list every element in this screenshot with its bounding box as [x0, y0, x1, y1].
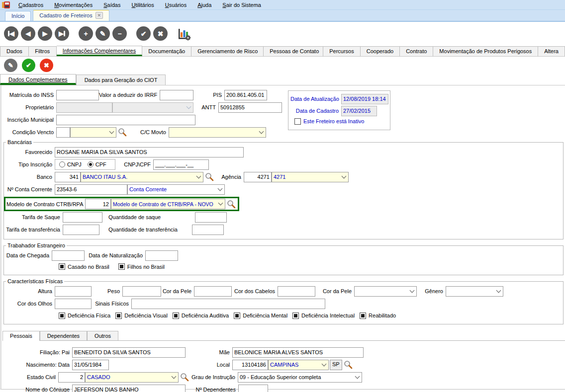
conjuge-field[interactable]: [72, 385, 186, 392]
sinais-fisicos-field[interactable]: [131, 299, 325, 309]
tarifa-transferencia-field[interactable]: [63, 225, 99, 235]
window-tab-inicio[interactable]: Início: [5, 11, 31, 21]
cancel-icon[interactable]: ✖: [153, 26, 168, 41]
menu-usuarios[interactable]: Usuários: [160, 1, 192, 9]
tipo-inscricao-label: Tipo Inscrição: [4, 161, 55, 167]
modelo-contrato-combo[interactable]: Modelo de Contrato de CTRB/RPA - NOVO: [111, 199, 225, 209]
first-record-icon[interactable]: ◀: [4, 26, 18, 41]
grau-instrucao-combo[interactable]: 09 - Educação Superior completa: [238, 372, 362, 383]
save-check-icon[interactable]: ✔: [22, 59, 35, 72]
tab-dados[interactable]: Dados: [0, 46, 29, 56]
cor-cabelos-field[interactable]: [278, 286, 315, 297]
edit-icon[interactable]: ✎: [95, 26, 110, 41]
previous-record-icon[interactable]: ◀: [21, 26, 35, 41]
casado-brasil-checkbox[interactable]: [59, 263, 65, 270]
search-magnifier-icon[interactable]: [227, 200, 236, 209]
deficiencia-intelectual-checkbox[interactable]: [292, 313, 299, 319]
menu-saidas[interactable]: Saídas: [98, 1, 126, 9]
edit-pencil-icon[interactable]: ✎: [4, 59, 17, 72]
menu-movimentacoes[interactable]: Movimentações: [49, 1, 98, 9]
tab-percursos[interactable]: Percursos: [323, 46, 361, 56]
tab-cooperado[interactable]: Cooperado: [361, 46, 400, 56]
local-code-field[interactable]: [232, 360, 268, 370]
modelo-contrato-highlight: Modelo de Contrato CTRB/RPA Modelo de Co…: [4, 197, 239, 211]
menu-cadastros[interactable]: Cadastros: [13, 1, 49, 9]
freteiro-inativo-checkbox[interactable]: [294, 118, 301, 125]
cpf-radio[interactable]: [88, 161, 94, 167]
reabilitado-checkbox[interactable]: [360, 313, 366, 319]
tab-pessoas-contato[interactable]: Pessoas de Contato: [264, 46, 323, 56]
conta-corrente-field[interactable]: [55, 184, 127, 195]
qtd-transferencia-field[interactable]: [192, 225, 224, 235]
pis-field[interactable]: [224, 90, 267, 100]
banco-code-field[interactable]: [55, 172, 81, 182]
tab-gerenciamento-risco[interactable]: Gerenciamento de Risco: [191, 46, 264, 56]
add-icon[interactable]: +: [79, 26, 93, 41]
antt-field[interactable]: [218, 102, 282, 113]
filhos-brasil-checkbox[interactable]: [118, 263, 125, 270]
close-tab-icon[interactable]: ✕: [95, 12, 103, 19]
cor-olhos-field[interactable]: [55, 299, 92, 309]
matricula-inss-field[interactable]: [56, 90, 99, 100]
mae-field[interactable]: [232, 347, 364, 358]
local-cidade-combo[interactable]: CAMPINAS: [268, 360, 329, 370]
deficiencia-visual-checkbox[interactable]: [115, 313, 122, 319]
search-magnifier-icon[interactable]: [118, 128, 127, 137]
menu-utilitarios[interactable]: Utilitários: [126, 1, 159, 9]
tab-movimentacao-produtos-perigosos[interactable]: Movimentação de Produtos Perigosos: [433, 46, 538, 56]
cnpj-cpf-field[interactable]: [153, 159, 209, 170]
data-naturalizacao-field[interactable]: [145, 250, 178, 261]
tab-dados-complementares[interactable]: Dados Complementares: [0, 74, 76, 85]
tab-documentacao[interactable]: Documentação: [142, 46, 191, 56]
confirm-icon[interactable]: ✔: [136, 26, 151, 41]
agencia-code-field[interactable]: [244, 172, 272, 182]
cancel-x-icon[interactable]: ✖: [40, 59, 53, 72]
tab-filtros[interactable]: Filtros: [29, 46, 57, 56]
search-magnifier-icon[interactable]: [344, 360, 353, 369]
qtd-saque-field[interactable]: [195, 212, 227, 223]
deficiencia-fisica-checkbox[interactable]: [59, 313, 65, 319]
cc-movto-combo[interactable]: [169, 127, 266, 138]
genero-combo[interactable]: [446, 286, 503, 297]
cnpj-cpf-label: CNPJ\CPF: [119, 161, 153, 167]
search-magnifier-icon[interactable]: [180, 373, 189, 382]
cnpj-radio[interactable]: [59, 161, 65, 167]
favorecido-field[interactable]: [55, 147, 244, 157]
altura-field[interactable]: [55, 286, 92, 297]
inscricao-municipal-field[interactable]: [56, 115, 195, 125]
last-record-icon[interactable]: ▶: [55, 26, 69, 41]
menu-ajuda[interactable]: Ajuda: [192, 1, 217, 9]
chart-settings-icon[interactable]: [177, 27, 191, 41]
next-record-icon[interactable]: ▶: [38, 26, 52, 41]
banco-combo[interactable]: BANCO ITAU S.A.: [81, 172, 203, 182]
tarifa-saque-field[interactable]: [63, 212, 102, 223]
agencia-combo[interactable]: 4271: [272, 172, 349, 182]
condicao-vencto-combo[interactable]: [70, 127, 116, 138]
tab-informacoes-complementares[interactable]: Informações Complementares: [57, 46, 142, 56]
irrf-field[interactable]: [160, 90, 193, 100]
modelo-contrato-code-field[interactable]: [85, 199, 111, 209]
nascimento-field[interactable]: [72, 360, 109, 370]
menu-sair[interactable]: Sair do Sistema: [217, 1, 267, 9]
tab-contrato[interactable]: Contrato: [400, 46, 433, 56]
tab-outros[interactable]: Outros: [87, 331, 118, 340]
cor-pele-field[interactable]: [194, 286, 232, 297]
data-chegada-field[interactable]: [52, 250, 85, 261]
deficiencia-auditiva-checkbox[interactable]: [173, 313, 179, 319]
tab-dados-ciot[interactable]: Dados para Geração do CIOT: [76, 75, 166, 85]
window-tab-cadastro-freteiros[interactable]: Cadastro de Freteiros ✕: [33, 10, 109, 21]
peso-field[interactable]: [122, 286, 161, 297]
dependentes-field[interactable]: [238, 385, 268, 392]
tab-alteracoes[interactable]: Altera: [538, 46, 565, 56]
remove-icon[interactable]: −: [112, 26, 127, 41]
tab-pessoais[interactable]: Pessoais: [2, 331, 40, 341]
search-magnifier-icon[interactable]: [205, 172, 214, 181]
deficiencia-mental-checkbox[interactable]: [234, 313, 240, 319]
cor-pele-combo[interactable]: [354, 286, 417, 297]
tipo-conta-combo[interactable]: Conta Corrente: [127, 184, 225, 195]
condicao-vencto-code-field[interactable]: [56, 127, 70, 138]
pai-field[interactable]: [72, 347, 186, 358]
estado-civil-combo[interactable]: CASADO: [85, 372, 179, 383]
estado-civil-code-field[interactable]: [58, 372, 85, 383]
tab-dependentes[interactable]: Dependentes: [40, 331, 87, 340]
